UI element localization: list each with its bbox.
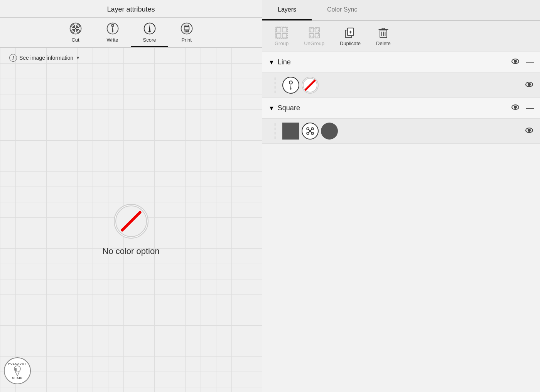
right-panel: Layers Color Sync Group [262, 0, 540, 392]
tab-write-label: Write [106, 37, 118, 43]
square-group-header[interactable]: ▼ Square — [262, 98, 540, 118]
left-panel: Layer attributes Cut [0, 0, 262, 392]
tab-print[interactable]: Print [168, 18, 205, 47]
square-row-icons [282, 123, 521, 140]
line-group-chevron: ▼ [268, 59, 275, 66]
delete-label: Delete [376, 40, 391, 46]
tab-score[interactable]: Score [131, 18, 168, 47]
svg-rect-26 [309, 28, 314, 32]
duplicate-button[interactable]: Duplicate [334, 24, 367, 49]
layers-list: ▼ Line — [262, 52, 540, 144]
tab-print-label: Print [181, 37, 192, 43]
ungroup-button[interactable]: UnGroup [298, 24, 331, 49]
svg-rect-27 [315, 28, 319, 32]
info-row[interactable]: i See image information ▼ [0, 48, 262, 68]
line-group-label: Line [278, 58, 508, 66]
tab-layers[interactable]: Layers [262, 0, 312, 20]
line-row-icons [282, 77, 521, 94]
svg-rect-21 [277, 28, 281, 32]
svg-rect-22 [282, 28, 287, 32]
line-row-eye[interactable] [525, 80, 534, 91]
tab-color-sync[interactable]: Color Sync [312, 0, 373, 20]
line-row-dashed [275, 77, 276, 93]
square-layer-section: ▼ Square — [262, 98, 540, 144]
svg-rect-25 [276, 27, 287, 39]
svg-point-11 [181, 23, 192, 34]
line-layer-row[interactable] [262, 72, 540, 98]
square-group-label: Square [278, 104, 508, 112]
right-toolbar: Group UnGroup Dupl [262, 21, 540, 52]
svg-point-40 [289, 81, 292, 84]
logo-circle: POLKADOT CHAIR [4, 357, 31, 384]
svg-rect-30 [310, 29, 318, 37]
svg-rect-13 [185, 25, 188, 27]
no-color-area: No color option [0, 68, 262, 392]
svg-rect-24 [282, 34, 287, 38]
info-icon: i [9, 54, 17, 62]
tab-cut[interactable]: Cut [57, 18, 94, 47]
logo-bottom-text: CHAIR [12, 377, 22, 379]
square-dot-icon [321, 123, 338, 140]
logo-area: POLKADOT CHAIR [4, 357, 31, 384]
group-label: Group [275, 40, 289, 46]
square-layer-row[interactable] [262, 118, 540, 143]
square-row-eye[interactable] [525, 126, 534, 137]
square-group-eye[interactable] [511, 103, 520, 114]
logo-top-text: POLKADOT [8, 362, 26, 365]
line-group-eye[interactable] [511, 57, 520, 68]
svg-point-44 [528, 83, 530, 86]
line-layer-section: ▼ Line — [262, 52, 540, 98]
svg-rect-28 [309, 34, 314, 38]
square-group-chevron: ▼ [268, 105, 275, 112]
line-write-icon [282, 77, 299, 94]
square-fill-icon [282, 123, 299, 140]
tab-write[interactable]: Write [94, 18, 131, 47]
icon-tab-row: Cut Write Score [0, 18, 262, 48]
svg-point-46 [514, 106, 516, 108]
square-cut-icon [302, 123, 319, 140]
no-color-circle [114, 204, 148, 239]
duplicate-label: Duplicate [340, 40, 361, 46]
canvas-area: i See image information ▼ No color optio… [0, 48, 262, 392]
ungroup-label: UnGroup [304, 40, 324, 46]
delete-button[interactable]: Delete [370, 24, 397, 49]
info-dropdown-arrow: ▼ [76, 55, 80, 61]
svg-rect-23 [277, 34, 281, 38]
tab-cut-label: Cut [71, 37, 79, 43]
svg-point-54 [528, 129, 530, 131]
no-color-label: No color option [103, 246, 160, 256]
svg-rect-29 [315, 34, 319, 38]
svg-rect-20 [15, 368, 17, 371]
info-row-label: See image information [19, 55, 73, 61]
group-button[interactable]: Group [268, 24, 295, 49]
line-group-header[interactable]: ▼ Line — [262, 52, 540, 72]
tab-score-label: Score [143, 37, 156, 43]
square-group-menu[interactable]: — [526, 104, 534, 113]
square-row-dashed [275, 123, 276, 139]
line-slash-icon [302, 77, 319, 94]
layer-attributes-header: Layer attributes [0, 0, 262, 18]
right-tab-bar: Layers Color Sync [262, 0, 540, 21]
svg-point-39 [514, 60, 516, 62]
line-group-menu[interactable]: — [526, 58, 534, 67]
